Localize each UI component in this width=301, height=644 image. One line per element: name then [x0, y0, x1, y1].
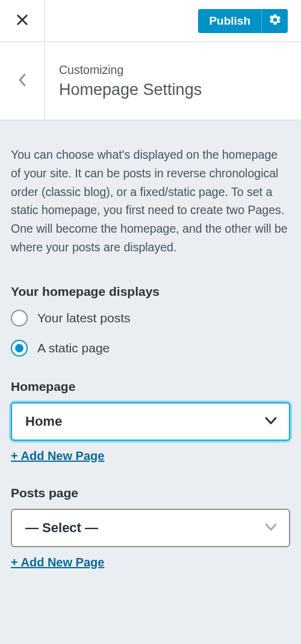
- homepage-label: Homepage: [11, 379, 290, 394]
- section-header: Customizing Homepage Settings: [0, 42, 301, 120]
- publish-button[interactable]: Publish: [198, 9, 261, 33]
- radio-input[interactable]: [11, 340, 28, 357]
- chevron-left-icon: [17, 73, 27, 89]
- page-title: Homepage Settings: [59, 81, 202, 99]
- header-eyebrow: Customizing: [59, 63, 202, 77]
- add-new-page-posts[interactable]: + Add New Page: [11, 556, 104, 569]
- close-icon: [16, 13, 29, 28]
- close-button[interactable]: [0, 0, 45, 42]
- radio-input[interactable]: [11, 310, 28, 327]
- posts-page-field: Posts page — Select — + Add New Page: [11, 486, 290, 569]
- panel-body: You can choose what's displayed on the h…: [0, 120, 301, 587]
- posts-page-select[interactable]: — Select —: [11, 509, 290, 547]
- publish-settings-button[interactable]: [261, 9, 288, 33]
- publish-group: Publish: [198, 9, 288, 33]
- topbar: Publish: [0, 0, 301, 42]
- homepage-field: Homepage Home + Add New Page: [11, 379, 290, 463]
- displays-heading: Your homepage displays: [11, 284, 290, 299]
- radio-static-page[interactable]: A static page: [11, 340, 290, 357]
- back-button[interactable]: [0, 42, 45, 120]
- posts-page-label: Posts page: [11, 486, 290, 500]
- gear-icon: [268, 13, 282, 28]
- select-value: Home: [25, 414, 62, 429]
- radio-latest-posts[interactable]: Your latest posts: [11, 310, 290, 327]
- chevron-down-icon: [264, 413, 278, 430]
- select-value: — Select —: [25, 520, 98, 536]
- radio-label: A static page: [37, 341, 110, 355]
- homepage-select[interactable]: Home: [11, 402, 290, 441]
- radio-label: Your latest posts: [37, 311, 131, 325]
- chevron-down-icon: [264, 520, 278, 536]
- panel-description: You can choose what's displayed on the h…: [11, 146, 290, 257]
- add-new-page-homepage[interactable]: + Add New Page: [11, 449, 104, 463]
